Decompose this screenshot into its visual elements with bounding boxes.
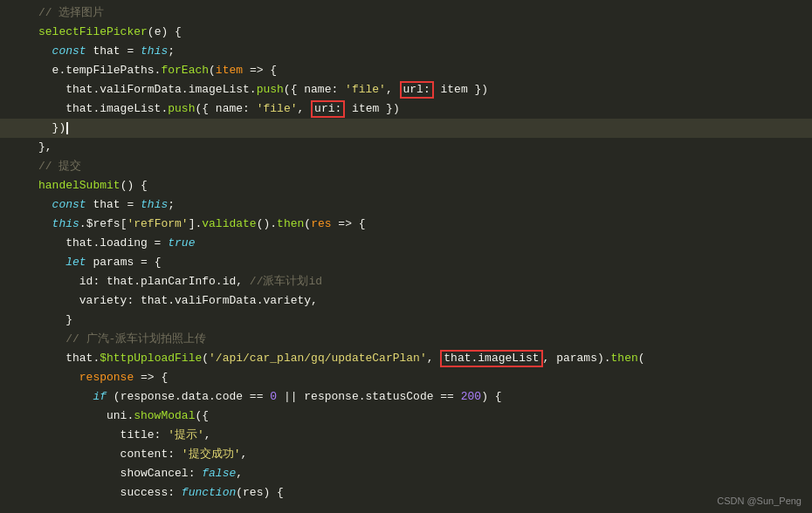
code-line: variety: that.valiFormData.variety, <box>0 291 812 311</box>
code-line: const that = this; <box>0 42 812 61</box>
line-content: e.tempFilePaths.forEach(item => { <box>35 61 805 80</box>
code-line: // 提交 <box>0 157 812 176</box>
line-content: showCancel: false, <box>35 464 805 483</box>
boxed-url: url: <box>400 81 434 99</box>
code-line: that.loading = true <box>0 234 812 253</box>
line-content: that.valiFormData.imageList.push({ name:… <box>35 80 805 99</box>
code-line: let params = { <box>0 253 812 272</box>
line-content: } <box>35 311 805 330</box>
cursor <box>66 122 68 134</box>
line-content: const that = this; <box>35 42 805 61</box>
code-line: that.imageList.push({ name: 'file', uri:… <box>0 99 812 119</box>
line-content: that.loading = true <box>35 234 805 253</box>
code-line: showCancel: false, <box>0 464 812 483</box>
boxed-imagelist: that.imageList <box>440 350 542 367</box>
line-content: handelSubmit() { <box>35 176 805 195</box>
code-line: e.tempFilePaths.forEach(item => { <box>0 61 812 80</box>
code-line: // 选择图片 <box>0 3 812 23</box>
line-content: title: '提示', <box>35 426 805 445</box>
code-line: that.$httpUploadFile('/api/car_plan/gq/u… <box>0 349 812 368</box>
line-content: // 选择图片 <box>35 3 805 23</box>
code-line: handelSubmit() { <box>0 176 812 195</box>
code-line: this.$refs['refForm'].validate().then(re… <box>0 215 812 234</box>
line-content: if (response.data.code == 0 || response.… <box>35 387 805 407</box>
code-line: success: function(res) { <box>0 483 812 503</box>
boxed-uri: uri: <box>311 100 345 118</box>
line-content: selectFilePicker(e) { <box>35 23 805 42</box>
code-line: } <box>0 311 812 330</box>
watermark: CSDN @Sun_Peng <box>717 496 802 506</box>
line-content: let params = { <box>35 253 805 272</box>
line-content: uni.showModal({ <box>35 407 805 426</box>
line-content: this.$refs['refForm'].validate().then(re… <box>35 215 805 234</box>
code-line: content: '提交成功', <box>0 445 812 464</box>
code-line: title: '提示', <box>0 426 812 445</box>
line-content: response => { <box>35 368 805 387</box>
code-line: response => { <box>0 368 812 387</box>
code-line: id: that.planCarInfo.id, //派车计划id <box>0 272 812 291</box>
line-content: variety: that.valiFormData.variety, <box>35 291 805 311</box>
code-line: that.valiFormData.imageList.push({ name:… <box>0 80 812 99</box>
line-content: const that = this; <box>35 195 805 215</box>
line-content: id: that.planCarInfo.id, //派车计划id <box>35 272 805 291</box>
line-content: that.$httpUploadFile('/api/car_plan/gq/u… <box>35 349 805 368</box>
line-content: success: function(res) { <box>35 483 805 503</box>
code-line: }, <box>0 138 812 157</box>
code-line: uni.showModal({ <box>0 407 812 426</box>
line-content: that.imageList.push({ name: 'file', uri:… <box>35 99 805 119</box>
code-line: selectFilePicker(e) { <box>0 23 812 42</box>
line-content: // 广汽-派车计划拍照上传 <box>35 330 805 349</box>
code-line: if (response.data.code == 0 || response.… <box>0 387 812 407</box>
line-content: // 提交 <box>35 157 805 176</box>
code-lines: // 选择图片 selectFilePicker(e) { const that… <box>0 0 812 506</box>
line-content: content: '提交成功', <box>35 445 805 464</box>
line-content: }, <box>35 138 805 157</box>
code-line-highlight: }) <box>0 119 812 138</box>
code-line: // 广汽-派车计划拍照上传 <box>0 330 812 349</box>
line-content: }) <box>35 119 805 138</box>
code-editor: // 选择图片 selectFilePicker(e) { const that… <box>0 0 812 513</box>
code-line: const that = this; <box>0 195 812 215</box>
